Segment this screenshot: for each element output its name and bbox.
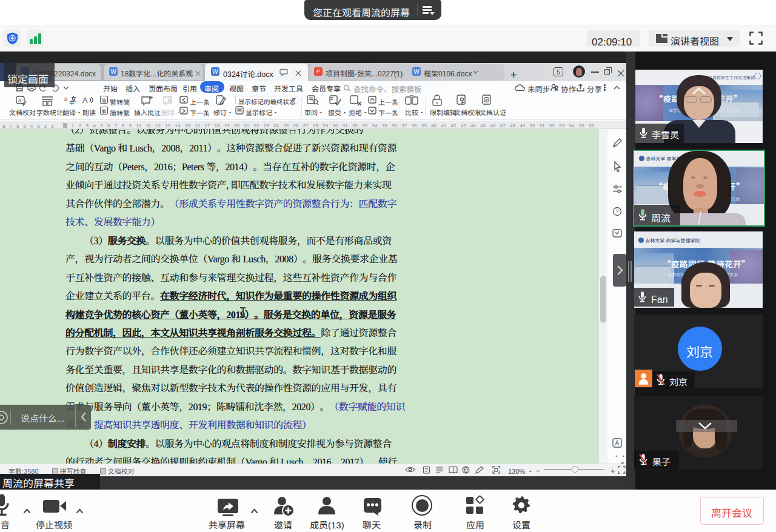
svg-text:a: a xyxy=(18,96,21,104)
svg-text:a: a xyxy=(64,95,67,102)
svg-text:A: A xyxy=(82,95,88,105)
svg-text:A: A xyxy=(615,438,620,447)
svg-text:?: ? xyxy=(616,207,619,215)
